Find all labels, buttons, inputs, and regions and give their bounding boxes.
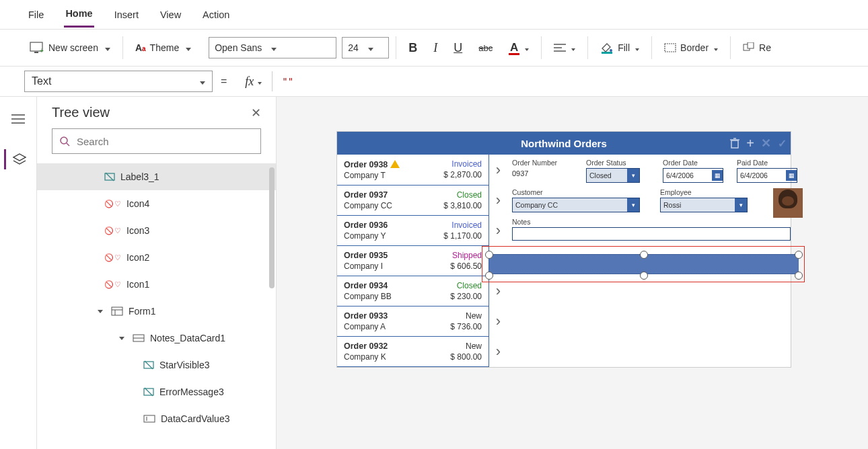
close-icon[interactable]: ✕ [761,136,771,151]
divider [587,36,588,59]
tree-item-icon3[interactable]: 🚫♡ Icon3 [37,217,276,244]
tree-item-label: StarVisible3 [159,360,209,370]
paid-date-input[interactable]: 6/4/2006▦ [737,168,797,183]
selection-handle[interactable] [640,272,648,280]
equals-sign: = [221,75,227,87]
order-company: Company I [344,261,388,271]
strikethrough-button[interactable]: abc [473,40,498,56]
search-box[interactable] [52,128,261,154]
order-id: Order 0936 [344,220,388,230]
order-item[interactable]: Order 0933 Company A New $ 736.00 › [337,307,489,337]
icon-glyph: 🚫♡ [104,227,121,235]
order-item[interactable]: Order 0932 Company K New $ 800.00 › [337,337,489,367]
chevron-right-icon: › [496,343,501,360]
new-screen-label: New screen [48,42,98,53]
fill-button[interactable]: Fill [595,39,645,56]
menu-insert[interactable]: Insert [113,3,140,27]
font-size-dropdown[interactable]: 24 [342,37,389,58]
close-panel-button[interactable]: ✕ [251,106,261,120]
tree-item-icon2[interactable]: 🚫♡ Icon2 [37,244,276,271]
selection-handle[interactable] [795,272,803,280]
label-icon [104,171,115,182]
tree-item-label: Icon4 [126,198,149,209]
notes-label: Notes [512,218,797,226]
order-item[interactable]: Order 0936 Company Y Invoiced $ 1,170.00… [337,216,489,246]
order-amount: $ 736.00 [450,322,482,331]
order-status-select[interactable]: Closed▾ [586,168,640,183]
new-screen-icon: + [30,42,44,54]
tree-item-errormessage3[interactable]: ErrorMessage3 [37,378,276,405]
panel-title: Tree view [52,105,110,120]
property-selector[interactable]: Text [24,71,213,92]
check-icon[interactable]: ✓ [778,137,787,150]
employee-select[interactable]: Rossi▾ [660,198,748,212]
order-status-label: Order Status [586,159,640,167]
order-item[interactable]: Order 0934 Company BB Closed $ 230.00 › [337,276,489,307]
menu-file[interactable]: File [27,3,45,27]
chevron-down-icon [256,75,262,87]
order-id: Order 0937 [344,190,392,200]
order-id: Order 0935 [344,251,388,260]
hamburger-icon [11,114,25,124]
employee-label: Employee [660,188,748,196]
search-input[interactable] [77,136,254,147]
align-button[interactable] [548,40,581,56]
order-item[interactable]: Order 0935 Company I Shipped $ 606.50 › [337,246,489,276]
font-size-value: 24 [348,42,359,53]
expand-icon[interactable] [119,337,124,340]
chevron-right-icon: › [496,282,501,300]
notes-input[interactable] [512,227,791,241]
italic-button[interactable]: I [428,38,443,58]
formula-bar: Text = fx "" [0,67,868,97]
trash-icon[interactable] [730,138,739,149]
chevron-down-icon [183,42,191,53]
tree-item-datacardvalue3[interactable]: DataCardValue3 [37,405,276,432]
tree-view-tab[interactable] [4,149,31,169]
new-screen-button[interactable]: + New screen [24,39,116,56]
tree-item-icon1[interactable]: 🚫♡ Icon1 [37,271,276,298]
hamburger-button[interactable] [5,109,32,129]
menu-home[interactable]: Home [64,1,94,28]
selection-handle[interactable] [795,251,803,259]
order-id: Order 0932 [344,341,388,351]
icon-glyph: 🚫♡ [104,200,121,208]
theme-button[interactable]: Aa Theme [130,40,196,56]
reorder-button[interactable]: Re [737,40,776,56]
selection-handle[interactable] [485,272,493,280]
order-id: Order 0934 [344,281,392,290]
expand-icon[interactable] [98,310,103,313]
order-item[interactable]: Order 0937 Company CC Closed $ 3,810.00 … [337,186,489,216]
menu-action[interactable]: Action [201,3,231,27]
left-rail [0,97,37,449]
tree-item-label3_1[interactable]: Label3_1 [37,163,276,190]
canvas[interactable]: Northwind Orders + ✕ ✓ Order 0938 Compan… [277,97,868,449]
bold-button[interactable]: B [403,38,423,58]
selection-handle[interactable] [485,251,493,259]
border-button[interactable]: Border [659,40,723,56]
fx-button[interactable]: fx [235,71,273,91]
svg-line-24 [145,361,153,369]
tree-item-notes-datacard1[interactable]: Notes_DataCard1 [37,325,276,352]
order-item[interactable]: Order 0938 Company T Invoiced $ 2,870.00… [337,155,489,186]
formula-input[interactable]: "" [273,76,293,87]
reorder-label: Re [759,42,771,53]
form-icon [111,307,123,316]
order-date-input[interactable]: 6/4/2006▦ [663,168,723,183]
tree-item-icon4[interactable]: 🚫♡ Icon4 [37,190,276,217]
icon-glyph: 🚫♡ [104,253,121,262]
underline-button[interactable]: U [448,38,468,58]
order-amount: $ 1,170.00 [443,231,482,241]
search-icon [59,136,70,147]
tree-item-form1[interactable]: Form1 [37,298,276,325]
menu-view[interactable]: View [159,3,182,27]
tree-item-starvisible3[interactable]: StarVisible3 [37,352,276,378]
font-dropdown[interactable]: Open Sans [209,37,336,58]
tree-list: Label3_1 🚫♡ Icon4 🚫♡ Icon3 🚫♡ Icon2 🚫♡ I… [37,161,276,435]
customer-select[interactable]: Company CC▾ [512,198,640,212]
layers-icon [12,153,27,165]
scrollbar[interactable] [269,167,275,288]
font-color-button[interactable]: A [503,38,534,58]
font-value: Open Sans [215,42,262,53]
selection-handle[interactable] [640,251,648,259]
plus-icon[interactable]: + [746,136,754,151]
